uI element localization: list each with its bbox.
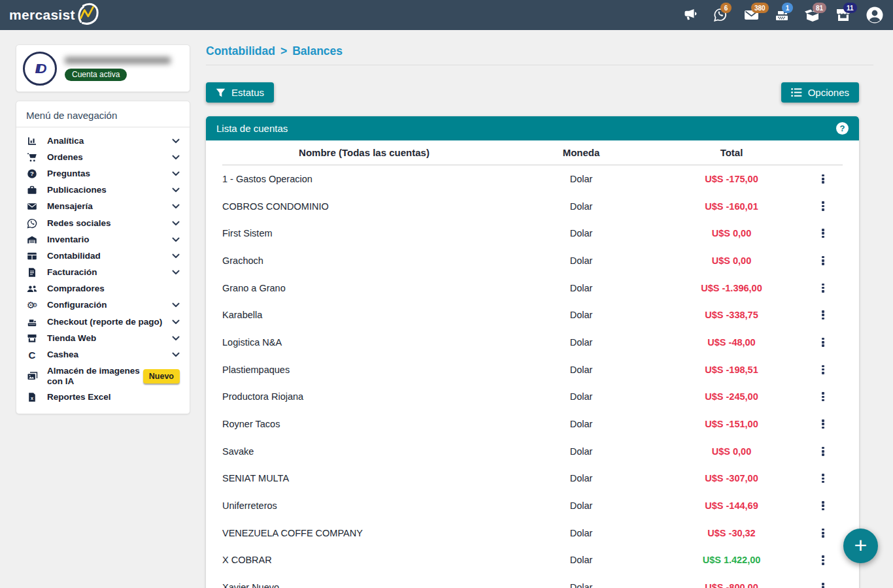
whatsapp-icon	[26, 218, 38, 229]
row-menu-button[interactable]	[818, 280, 828, 297]
row-total: U$S -30,32	[656, 528, 807, 538]
sidebar-item-label: Reportes Excel	[47, 392, 180, 402]
chevron-down-icon	[172, 188, 180, 193]
account-name: VENEZUELA COFFE COMPANY	[222, 528, 506, 538]
table-icon	[26, 251, 38, 261]
row-menu-button[interactable]	[818, 389, 828, 406]
sidebar-item-label: Checkout (reporte de pago)	[47, 317, 169, 327]
table-row: Xavier Nuevo Dolar U$S -800,00	[206, 574, 859, 588]
sidebar-item-analitica[interactable]: Analítica	[24, 133, 182, 149]
brand-swoosh-icon	[76, 2, 99, 28]
row-menu-button[interactable]	[818, 552, 828, 569]
row-menu-button[interactable]	[818, 525, 828, 542]
row-menu-button[interactable]	[818, 171, 828, 188]
table-row: Logistica N&A Dolar U$S -48,00	[206, 329, 859, 356]
row-menu-button[interactable]	[818, 225, 828, 242]
sidebar-item-compradores[interactable]: Compradores	[24, 281, 182, 297]
account-name: Uniferreteros	[222, 500, 506, 511]
row-menu-button[interactable]	[818, 579, 828, 588]
accounts-card-header: Lista de cuentas ?	[206, 116, 859, 140]
account-name: Productora Riojana	[222, 391, 506, 402]
column-header-total: Total	[656, 147, 807, 158]
sidebar-item-ordenes[interactable]: Ordenes	[24, 149, 182, 165]
row-total: U$S -245,00	[656, 391, 807, 402]
chevron-down-icon	[172, 155, 180, 160]
sidebar-item-configuracion[interactable]: ⚙⚙ Configuración	[24, 297, 182, 314]
sidebar-item-reportes-excel[interactable]: x Reportes Excel	[24, 389, 182, 406]
open-box-icon[interactable]: 81	[804, 7, 821, 23]
sidebar-item-contabilidad[interactable]: Contabilidad	[24, 248, 182, 264]
breadcrumb-parent[interactable]: Contabilidad	[206, 44, 275, 58]
row-total: U$S -198,51	[656, 365, 807, 375]
row-currency: Dolar	[506, 391, 656, 402]
people-icon	[26, 284, 38, 294]
row-menu-button[interactable]	[818, 198, 828, 215]
briefcase-icon	[26, 185, 38, 195]
opciones-button[interactable]: Opciones	[781, 82, 859, 103]
analytics-icon	[26, 136, 38, 146]
sidebar-item-inventario[interactable]: Inventario	[24, 231, 182, 248]
mail-icon[interactable]: 380	[743, 7, 760, 23]
breadcrumb-current[interactable]: Balances	[292, 44, 343, 58]
account-logo: ID	[23, 52, 57, 86]
row-total: U$S -151,00	[656, 419, 807, 429]
account-name: 1 - Gastos Operacion	[222, 174, 506, 184]
row-currency: Dolar	[506, 174, 656, 184]
row-menu-button[interactable]	[818, 470, 828, 487]
account-name: X COBRAR	[222, 555, 506, 565]
row-menu-button[interactable]	[818, 497, 828, 514]
sidebar-item-publicaciones[interactable]: Publicaciones	[24, 182, 182, 199]
chevron-down-icon	[172, 253, 180, 259]
row-total: U$S 0,00	[656, 255, 807, 266]
table-header: Nombre (Todas las cuentas) Moneda Total	[206, 140, 859, 165]
nuevo-badge: Nuevo	[143, 369, 180, 384]
user-avatar[interactable]	[866, 6, 884, 24]
estatus-button[interactable]: Estatus	[206, 82, 274, 103]
topbar: mercasist 6 380	[0, 0, 893, 30]
row-total: U$S -144,69	[656, 500, 807, 511]
whatsapp-icon[interactable]: 6	[712, 7, 729, 23]
table-row: VENEZUELA COFFE COMPANY Dolar U$S -30,32	[206, 519, 859, 547]
sidebar-item-almacen-imagenes-ia[interactable]: Almacén de imagenes con IA Nuevo	[24, 363, 182, 389]
help-icon[interactable]: ?	[836, 122, 849, 135]
sidebar-item-preguntas[interactable]: ? Preguntas	[24, 165, 182, 182]
gears-icon: ⚙⚙	[26, 301, 38, 310]
row-currency: Dolar	[506, 528, 656, 538]
row-menu-button[interactable]	[818, 361, 828, 378]
sidebar-item-label: Inventario	[47, 235, 169, 245]
storefront-icon	[26, 333, 38, 344]
sidebar-item-cashea[interactable]: C Cashea	[24, 346, 182, 363]
row-menu-button[interactable]	[818, 252, 828, 269]
cash-register-icon[interactable]: 1	[773, 7, 790, 23]
storefront-icon[interactable]: 11	[835, 7, 852, 23]
account-card: ID Cuenta activa	[16, 44, 190, 92]
breadcrumb-separator-icon: >	[280, 44, 287, 58]
megaphone-icon[interactable]	[681, 7, 698, 23]
add-account-fab[interactable]: +	[843, 529, 878, 563]
row-menu-button[interactable]	[818, 416, 828, 433]
sidebar-item-label: Publicaciones	[47, 185, 169, 195]
notification-badge: 6	[720, 3, 732, 13]
filter-icon	[216, 88, 226, 97]
table-row: Uniferreteros Dolar U$S -144,69	[206, 492, 859, 519]
sidebar-item-mensajeria[interactable]: Mensajería	[24, 199, 182, 215]
sidebar-item-tienda-web[interactable]: Tienda Web	[24, 330, 182, 346]
account-name: Savake	[222, 446, 506, 457]
row-menu-button[interactable]	[818, 334, 828, 351]
brand-logo[interactable]: mercasist	[9, 2, 99, 28]
account-name: COBROS CONDOMINIO	[222, 201, 506, 212]
plus-icon: +	[854, 534, 868, 556]
account-monogram: ID	[35, 61, 45, 76]
chevron-down-icon	[172, 352, 180, 357]
row-currency: Dolar	[506, 365, 656, 375]
row-menu-button[interactable]	[818, 307, 828, 324]
row-currency: Dolar	[506, 201, 656, 212]
sidebar-item-redes-sociales[interactable]: Redes sociales	[24, 215, 182, 231]
row-menu-button[interactable]	[818, 443, 828, 460]
row-total: U$S -338,75	[656, 310, 807, 320]
sidebar-item-label: Cashea	[47, 350, 169, 360]
sidebar-item-checkout[interactable]: Checkout (reporte de pago)	[24, 314, 182, 330]
account-name: Grachoch	[222, 255, 506, 266]
sidebar-item-facturacion[interactable]: Facturación	[24, 265, 182, 281]
opciones-button-label: Opciones	[808, 87, 849, 98]
